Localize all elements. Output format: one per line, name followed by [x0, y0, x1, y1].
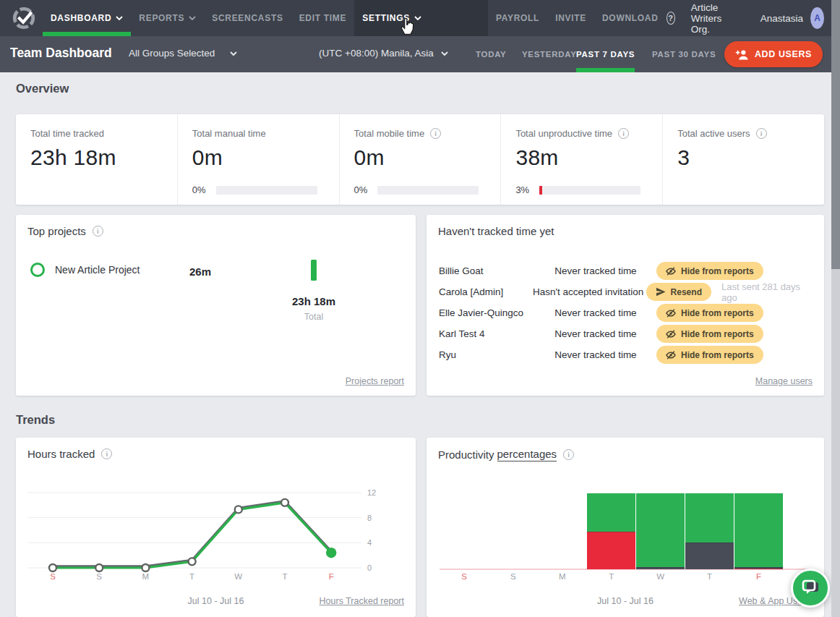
nav-screencasts-label: SCREENCASTS	[212, 13, 283, 23]
scrollbar-thumb[interactable]	[831, 0, 840, 269]
top-projects-card: Top projects i New Article Project 26m 2…	[16, 215, 416, 396]
total-label: Total	[270, 312, 358, 322]
progress-track	[539, 186, 640, 195]
hours-tracked-report-link[interactable]: Hours Tracked report	[320, 596, 404, 606]
app-logo-icon[interactable]	[12, 6, 36, 30]
hide-from-reports-button[interactable]: Hide from reports	[656, 346, 763, 364]
current-user-name[interactable]: Anastasia	[760, 13, 803, 24]
bar-segment-productive	[587, 493, 635, 532]
range-tab-yesterday[interactable]: YESTERDAY	[522, 36, 577, 72]
manage-users-link[interactable]: Manage users	[755, 376, 813, 386]
card-value: 0m	[192, 145, 339, 170]
range-tab-past-30-days[interactable]: PAST 30 DAYS	[652, 36, 716, 72]
hours-tracked-chart: 04812SSMTWTF	[16, 438, 416, 590]
primary-nav: DASHBOARD REPORTS SCREENCASTS EDIT TIME …	[43, 0, 667, 36]
bar-segment-neutral	[685, 542, 734, 569]
projects-total: 23h 18m Total	[270, 295, 358, 322]
hide-from-reports-button[interactable]: Hide from reports	[656, 325, 763, 343]
x-axis-label: S	[96, 572, 102, 581]
stacked-bar	[636, 493, 685, 569]
x-axis-label: T	[282, 572, 287, 581]
percent-label: 3%	[515, 184, 529, 195]
card-title: Top projects	[27, 225, 86, 237]
progress-row: 3%	[515, 184, 640, 195]
x-axis-label: S	[50, 572, 56, 581]
organization-name[interactable]: Article Writers Org.	[691, 2, 743, 35]
info-icon[interactable]: i	[93, 226, 103, 237]
user-name: Elle Javier-Quingco	[439, 307, 535, 318]
scrollbar-track[interactable]	[831, 0, 840, 617]
x-axis-label: S	[510, 572, 516, 581]
button-label: Hide from reports	[681, 329, 754, 339]
timezone-select[interactable]: (UTC +08:00) Manila, Asia	[319, 48, 434, 59]
nav-reports[interactable]: REPORTS	[131, 0, 204, 36]
data-point	[281, 499, 288, 506]
add-user-icon	[735, 49, 749, 60]
topnav-right-group: ? Article Writers Org. Anastasia A	[667, 0, 840, 36]
user-status: Never tracked time	[535, 265, 656, 276]
productivity-chart: SSMTWTF	[427, 438, 824, 617]
x-axis-label: M	[559, 572, 566, 581]
eye-off-icon	[666, 329, 676, 339]
data-point	[142, 564, 149, 571]
card-value: 3	[677, 145, 824, 170]
data-point	[327, 548, 335, 557]
nav-dashboard-label: DASHBOARD	[51, 13, 111, 23]
hide-from-reports-button[interactable]: Hide from reports	[656, 262, 763, 280]
nav-payroll[interactable]: PAYROLL	[488, 0, 547, 36]
chevron-down-icon[interactable]	[230, 51, 237, 56]
project-time: 26m	[189, 265, 211, 278]
nav-edit-time-label: EDIT TIME	[299, 13, 347, 23]
nav-invite[interactable]: INVITE	[547, 0, 594, 36]
x-axis-label: T	[189, 572, 194, 581]
x-axis-label: W	[234, 572, 242, 581]
eye-off-icon	[666, 350, 676, 360]
progress-row: 0%	[354, 184, 479, 195]
data-point	[235, 506, 242, 513]
user-status: Never tracked time	[535, 307, 656, 318]
chevron-down-icon	[414, 16, 421, 20]
nav-edit-time[interactable]: EDIT TIME	[291, 0, 355, 36]
card-label: Total mobile time	[354, 128, 425, 139]
projects-report-link[interactable]: Projects report	[346, 376, 404, 386]
user-status: Hasn't accepted invitation	[531, 286, 646, 297]
team-dashboard-screen: DASHBOARD REPORTS SCREENCASTS EDIT TIME …	[0, 0, 840, 617]
nav-screencasts[interactable]: SCREENCASTS	[204, 0, 291, 36]
chevron-down-icon[interactable]	[441, 51, 448, 56]
help-icon[interactable]: ?	[667, 12, 675, 25]
chat-widget-button[interactable]	[791, 569, 830, 608]
bar-segment-productive	[734, 493, 783, 567]
table-row: Carola [Admin] Hasn't accepted invitatio…	[439, 281, 814, 302]
info-icon[interactable]: i	[618, 128, 629, 139]
send-icon	[656, 287, 666, 297]
info-icon[interactable]: i	[756, 128, 767, 139]
card-total-active-users: Total active users i 3	[662, 114, 824, 205]
nav-download[interactable]: DOWNLOAD	[594, 0, 667, 36]
resend-invite-button[interactable]: Resend	[646, 283, 711, 301]
nav-payroll-label: PAYROLL	[496, 13, 539, 23]
table-row: Ryu Never tracked time Hide from reports	[439, 344, 814, 365]
project-name[interactable]: New Article Project	[55, 264, 140, 276]
nav-dashboard[interactable]: DASHBOARD	[43, 0, 131, 36]
x-axis-label: F	[329, 572, 334, 581]
group-filter-select[interactable]: All Groups Selected	[129, 48, 215, 59]
stacked-bar	[587, 493, 635, 569]
x-axis-label: T	[609, 572, 614, 581]
eye-off-icon	[666, 308, 676, 318]
x-axis-label: T	[707, 572, 712, 581]
user-status: Never tracked time	[535, 328, 656, 339]
add-users-button[interactable]: ADD USERS	[724, 41, 823, 67]
avatar[interactable]: A	[810, 7, 824, 29]
range-tab-past-7-days[interactable]: PAST 7 DAYS	[576, 36, 635, 72]
nav-settings[interactable]: SETTINGS	[354, 0, 488, 36]
y-axis-tick: 0	[367, 563, 372, 572]
x-axis-label: S	[461, 572, 467, 581]
overview-cards: Total time tracked 23h 18m Total manual …	[16, 114, 824, 205]
hide-from-reports-button[interactable]: Hide from reports	[656, 304, 763, 322]
card-label: Total unproductive time	[515, 128, 612, 139]
button-label: Hide from reports	[681, 350, 754, 360]
nav-invite-label: INVITE	[555, 13, 586, 23]
range-tab-today[interactable]: TODAY	[476, 36, 507, 72]
x-axis-label: W	[656, 572, 664, 581]
info-icon[interactable]: i	[430, 128, 441, 139]
